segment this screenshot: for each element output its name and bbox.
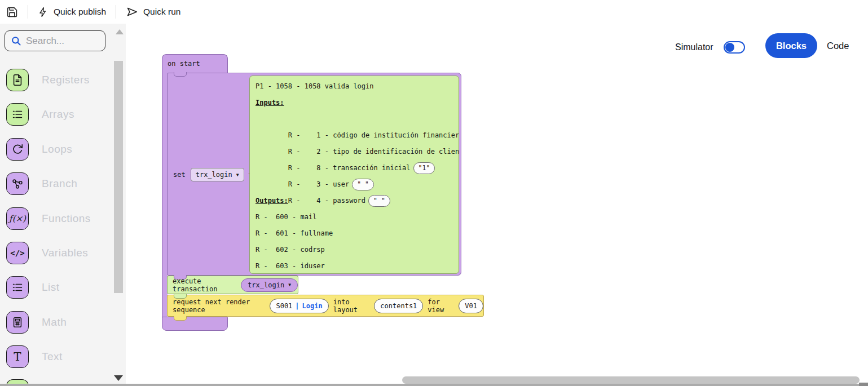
sidebar-item-text[interactable]: T Text xyxy=(0,344,113,369)
scroll-up-icon[interactable] xyxy=(116,29,124,34)
input-row-text: R - 1 - código de institución financiera xyxy=(288,131,459,139)
sidebar-item-loops[interactable]: Loops xyxy=(0,137,113,162)
view-value: V01 xyxy=(465,302,477,310)
layout-field[interactable]: contents1 xyxy=(374,299,423,313)
sidebar-item-label: Math xyxy=(42,316,67,329)
block-connector xyxy=(174,72,187,77)
input-value-field[interactable]: " " xyxy=(352,179,374,190)
outputs-header: Outputs: xyxy=(255,197,288,205)
request-render-block[interactable]: request next render sequence S001 | Logi… xyxy=(167,295,484,317)
transaction-block[interactable]: P1 - 1058 - 1058 valida login Inputs: R … xyxy=(249,76,459,274)
search-input[interactable] xyxy=(26,36,94,47)
variable-dropdown[interactable]: trx_login ▼ xyxy=(191,168,244,181)
sidebar-item-arrays[interactable]: Arrays xyxy=(0,102,113,127)
search-icon xyxy=(11,36,21,46)
quick-publish-button[interactable]: Quick publish xyxy=(38,7,106,17)
variable-dropdown-value: trx_login xyxy=(196,171,232,179)
function-icon: ƒ(×) xyxy=(6,207,29,230)
sidebar-item-list[interactable]: List xyxy=(0,275,113,300)
sidebar-item-label: Branch xyxy=(42,178,77,190)
sidebar-item-functions[interactable]: ƒ(×) Functions xyxy=(0,206,113,231)
quick-run-button[interactable]: Quick run xyxy=(126,6,180,18)
execute-transaction-block[interactable]: execute transaction trx_login ▼ xyxy=(167,276,298,294)
search-box xyxy=(5,30,105,51)
toggle-knob xyxy=(725,43,734,52)
bottom-scroll-track xyxy=(0,384,868,386)
branch-icon xyxy=(6,172,29,195)
code-tab-button[interactable]: Code xyxy=(827,41,849,51)
simulator-toggle[interactable] xyxy=(724,41,745,54)
output-row: R - 603 - iduser xyxy=(255,258,459,274)
on-start-block[interactable]: on start xyxy=(162,54,228,73)
output-row: R - 600 - mail xyxy=(255,209,459,225)
calculator-icon xyxy=(6,311,29,334)
lightning-icon xyxy=(38,7,49,17)
run-send-icon xyxy=(126,6,138,18)
output-row-text: R - 603 - iduser xyxy=(255,262,325,270)
list-icon xyxy=(6,103,29,126)
block-connector xyxy=(174,294,187,299)
list-icon xyxy=(6,276,29,299)
sidebar-item-branch[interactable]: Branch xyxy=(0,171,113,196)
quick-run-label: Quick run xyxy=(143,7,180,17)
sidebar-item-label: List xyxy=(42,281,60,294)
block-connector xyxy=(174,275,187,279)
input-row-text: R - 4 - password xyxy=(288,197,365,205)
sequence-divider: | xyxy=(295,302,299,310)
save-icon xyxy=(6,6,18,18)
sidebar-item-label: Text xyxy=(42,350,63,363)
input-value-field[interactable]: " " xyxy=(368,195,390,207)
horizontal-scrollbar[interactable] xyxy=(402,376,860,384)
set-variable-block[interactable]: set trx_login ▼ to P1 - 1058 - 1058 vali… xyxy=(167,73,461,276)
output-row-text: R - 600 - mail xyxy=(255,213,316,221)
document-icon xyxy=(6,69,29,91)
sidebar-item-label: Variables xyxy=(42,247,88,259)
on-start-block-foot[interactable] xyxy=(162,317,228,331)
output-row: R - 602 - codrsp xyxy=(255,242,459,258)
set-keyword: set xyxy=(173,171,186,179)
sidebar-item-label: Registers xyxy=(42,74,90,86)
input-value-field[interactable]: "1" xyxy=(413,162,435,174)
blocks-tab-label: Blocks xyxy=(776,41,807,51)
sidebar-item-label: Arrays xyxy=(42,108,74,121)
block-palette-sidebar: Registers Arrays Loops xyxy=(0,24,126,386)
inputs-header: Inputs: xyxy=(255,99,284,107)
request-render-label-2: into layout xyxy=(333,298,370,314)
sequence-code: S001 xyxy=(276,302,292,310)
request-render-label-3: for view xyxy=(428,298,454,314)
code-icon: </> xyxy=(6,242,29,264)
sidebar-item-label: Functions xyxy=(42,212,91,225)
chevron-down-icon: ▼ xyxy=(288,282,291,287)
sidebar-item-registers[interactable]: Registers xyxy=(0,68,113,92)
sidebar-scrollbar[interactable] xyxy=(114,61,123,293)
transaction-variable-value: trx_login xyxy=(248,281,284,289)
simulator-label: Simulator xyxy=(675,42,713,52)
code-tab-label: Code xyxy=(827,41,849,51)
output-row: R - 601 - fullname xyxy=(255,225,459,242)
set-block-left: set trx_login ▼ to xyxy=(168,73,249,276)
view-field[interactable]: V01 xyxy=(459,299,483,313)
sequence-name: Login xyxy=(302,302,323,310)
input-row-text: R - 3 - user xyxy=(288,180,349,188)
on-start-label: on start xyxy=(168,60,200,68)
quick-publish-label: Quick publish xyxy=(54,7,106,17)
transaction-title: P1 - 1058 - 1058 valida login xyxy=(255,78,459,95)
sequence-field[interactable]: S001 | Login xyxy=(270,299,328,313)
input-row: R - 1 - código de institución financiera… xyxy=(255,111,459,127)
chevron-down-icon: ▼ xyxy=(236,172,239,178)
sidebar-item-math[interactable]: Math xyxy=(0,310,113,335)
sidebar-item-variables[interactable]: </> Variables xyxy=(0,241,113,265)
scroll-down-icon[interactable] xyxy=(114,375,123,381)
sidebar-item-label: Loops xyxy=(42,143,72,156)
text-icon: T xyxy=(6,345,29,368)
blocks-tab-button[interactable]: Blocks xyxy=(765,33,817,58)
output-row-text: R - 602 - codrsp xyxy=(255,246,325,254)
toolbar-divider xyxy=(116,5,116,19)
scrollbar-corner xyxy=(859,383,868,386)
app-window: Quick publish Quick run xyxy=(0,0,868,386)
top-toolbar: Quick publish Quick run xyxy=(0,0,868,24)
layout-value: contents1 xyxy=(380,302,417,310)
loop-icon xyxy=(6,138,29,161)
save-button[interactable] xyxy=(6,6,18,18)
transaction-variable-dropdown[interactable]: trx_login ▼ xyxy=(241,278,298,292)
